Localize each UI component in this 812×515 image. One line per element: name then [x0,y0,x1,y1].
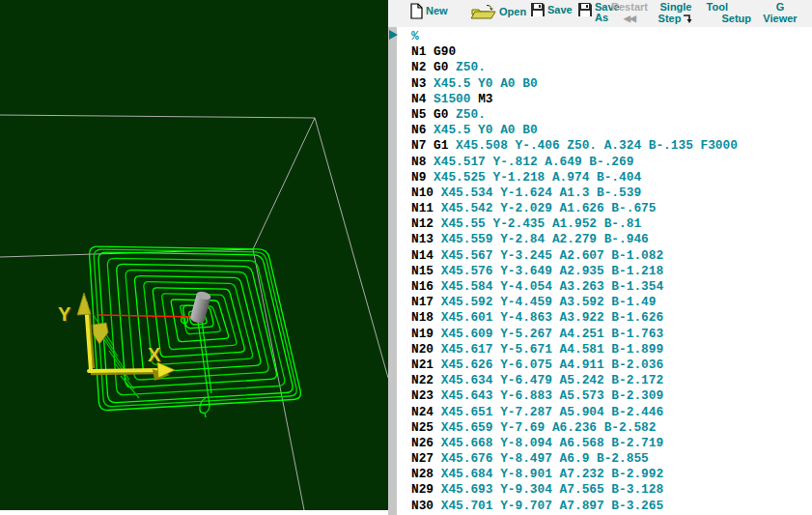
gcode-token: X45.534 Y-1.624 A1.3 B-.539 [441,186,641,200]
tool-setup-label-1: Tool [707,2,728,13]
gcode-token: X45.584 Y-4.054 A3.263 B-1.354 [441,279,663,294]
gcode-token: N5 [411,107,434,122]
gcode-line[interactable]: N12 X45.55 Y-2.435 A1.952 B-.81 [397,216,812,232]
save-label: Save [547,5,573,15]
gcode-token: N3 [411,76,434,91]
gcode-token: N22 [411,373,441,387]
new-button[interactable]: New [410,0,448,27]
gcode-line[interactable]: N8 X45.517 Y-.812 A.649 B-.269 [397,155,812,170]
gcode-token: N19 [411,327,441,341]
current-line-marker [389,30,398,40]
gcode-line[interactable]: N17 X45.592 Y-4.459 A3.592 B-1.49 [397,295,812,310]
gcode-token: G90 [434,44,456,59]
gcode-token: G1 [434,138,456,153]
gcode-line[interactable]: % [397,29,812,44]
save-as-floppy-icon [577,2,593,17]
gcode-token: X45.5 Y0 A0 B0 [434,123,538,137]
gcode-line[interactable]: N29 X45.693 Y-9.304 A7.565 B-3.128 [397,482,812,498]
new-label: New [426,6,448,16]
open-button[interactable]: Open [470,0,526,27]
gcode-token: N26 [411,436,441,450]
gcode-panel: New Open [388,0,812,515]
gcode-token: N27 [411,451,441,466]
gcode-token: X45.693 Y-9.304 A7.565 B-3.128 [441,482,663,497]
gcode-token: X45.576 Y-3.649 A2.935 B-1.218 [441,264,663,278]
gcode-token: N16 [411,279,441,294]
restart-button[interactable]: Restart ◀◀ [609,0,650,27]
gcode-line[interactable]: N9 X45.525 Y-1.218 A.974 B-.404 [397,170,812,186]
gcode-token: N13 [411,232,441,246]
toolbar: New Open [388,0,812,28]
single-step-label-2: Step [658,14,682,24]
gcode-line[interactable]: N14 X45.567 Y-3.245 A2.607 B-1.082 [397,248,812,264]
gcode-line[interactable]: N20 X45.617 Y-5.671 A4.581 B-1.899 [397,342,812,358]
x-axis-arrow [89,370,160,371]
gcode-line[interactable]: N2 G0 Z50. [397,60,812,75]
gcode-token: X45.559 Y-2.84 A2.279 B-.946 [441,232,649,246]
gcode-listing[interactable]: %N1 G90N2 G0 Z50.N3 X45.5 Y0 A0 B0N4 S15… [397,27,812,515]
gcode-line[interactable]: N18 X45.601 Y-4.863 A3.922 B-1.626 [397,310,812,326]
g-viewer-button[interactable]: G Viewer [762,0,798,27]
gcode-line[interactable]: N6 X45.5 Y0 A0 B0 [397,123,812,138]
gcode-token: N29 [411,482,441,497]
gcode-token: N17 [411,295,441,309]
gcode-line[interactable]: N23 X45.643 Y-6.883 A5.573 B-2.309 [397,388,812,404]
gcode-token: G0 [434,107,456,122]
gcode-token: X45.601 Y-4.863 A3.922 B-1.626 [441,310,663,325]
gcode-line[interactable]: N26 X45.668 Y-8.094 A6.568 B-2.719 [397,436,812,451]
save-button[interactable]: Save [530,0,573,27]
gcode-line[interactable]: N25 X45.659 Y-7.69 A6.236 B-2.582 [397,420,812,436]
gcode-line[interactable]: N3 X45.5 Y0 A0 B0 [397,76,812,92]
gcode-token: X45.617 Y-5.671 A4.581 B-1.899 [441,342,663,357]
x-axis-shaft-shadow [91,373,156,374]
gcode-token: M3 [478,92,492,106]
restart-rewind-icon: ◀◀ [624,14,635,24]
gcode-line[interactable]: N10 X45.534 Y-1.624 A1.3 B-.539 [397,186,812,201]
gcode-token: X45.626 Y-6.075 A4.911 B-2.036 [441,358,663,372]
tool-setup-button[interactable]: Tool Setup [703,0,751,27]
gcode-line[interactable]: N28 X45.684 Y-8.901 A7.232 B-2.992 [397,467,812,482]
gcode-line[interactable]: N21 X45.626 Y-6.075 A4.911 B-2.036 [397,358,812,373]
gcode-token: X45.508 Y-.406 Z50. A.324 B-.135 F3000 [456,138,738,153]
gcode-token: X45.517 Y-.812 A.649 B-.269 [434,155,633,169]
gcode-line[interactable]: N16 X45.584 Y-4.054 A3.263 B-1.354 [397,279,812,295]
single-step-button[interactable]: Single Step [654,0,698,27]
gcode-token: N4 [411,92,434,106]
gcode-token: % [411,29,419,43]
toolpath-canvas[interactable]: YX [0,0,388,510]
gcode-token: N7 [411,138,434,153]
gcode-token: N23 [411,388,441,403]
gcode-line[interactable]: N19 X45.609 Y-5.267 A4.251 B-1.763 [397,327,812,342]
gcode-token: N8 [411,155,434,169]
y-axis-label: Y [58,303,71,325]
gcode-line[interactable]: N22 X45.634 Y-6.479 A5.242 B-2.172 [397,373,812,388]
gcode-line[interactable]: N7 G1 X45.508 Y-.406 Z50. A.324 B-.135 F… [397,138,812,154]
gcode-token: N9 [411,170,434,185]
gcode-token: X45.542 Y-2.029 A1.626 B-.675 [441,201,657,215]
gcode-token: X45.676 Y-8.497 A6.9 B-2.855 [441,451,649,466]
save-as-label-2: As [595,12,608,23]
gcode-line[interactable]: N4 S1500 M3 [397,92,812,107]
gcode-token: X45.567 Y-3.245 A2.607 B-1.082 [441,248,663,263]
gcode-line[interactable]: N13 X45.559 Y-2.84 A2.279 B-.946 [397,232,812,247]
gcode-line[interactable]: N1 G90 [397,44,812,60]
gcode-token: N12 [411,216,441,231]
viewport-3d[interactable]: YX [0,0,388,510]
gcode-token: X45.684 Y-8.901 A7.232 B-2.992 [441,467,663,481]
code-gutter [388,27,397,515]
gcode-line[interactable]: N11 X45.542 Y-2.029 A1.626 B-.675 [397,201,812,216]
gcode-token: N11 [411,201,441,215]
gcode-line[interactable]: N27 X45.676 Y-8.497 A6.9 B-2.855 [397,451,812,467]
gcode-token: Z50. [456,60,486,74]
gcode-token: X45.668 Y-8.094 A6.568 B-2.719 [441,436,663,450]
gcode-line[interactable]: N24 X45.651 Y-7.287 A5.904 B-2.446 [397,405,812,420]
gcode-token: N6 [411,123,434,137]
gcode-line[interactable]: N15 X45.576 Y-3.649 A2.935 B-1.218 [397,264,812,279]
gcode-token: N30 [411,499,441,513]
gcode-line[interactable]: N30 X45.701 Y-9.707 A7.897 B-3.265 [397,499,812,514]
gcode-line[interactable]: N5 G0 Z50. [397,107,812,123]
gcode-token: X45.525 Y-1.218 A.974 B-.404 [434,170,641,185]
gcode-token: N14 [411,248,441,263]
gcode-token: X45.55 Y-2.435 A1.952 B-.81 [441,216,641,231]
g-viewer-label-2: Viewer [763,14,797,24]
